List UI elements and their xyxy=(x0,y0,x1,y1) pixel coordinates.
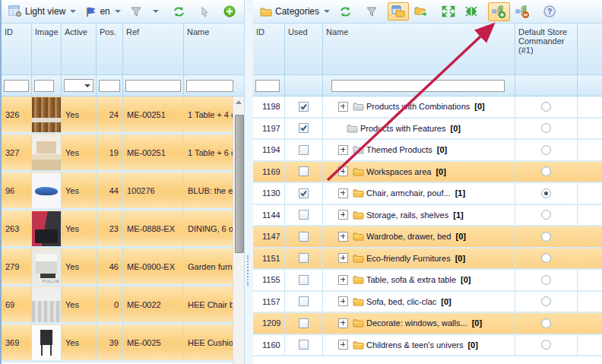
category-row[interactable]: 1151Eco-friendly Furnitures[0] xyxy=(253,248,602,271)
category-row[interactable]: 1130Chair, armchair, pouf...[1] xyxy=(253,183,602,205)
image-filter-input[interactable] xyxy=(34,80,54,92)
view-mode-button[interactable]: Light view xyxy=(5,2,80,21)
ref-filter-input[interactable] xyxy=(125,80,181,92)
id-filter-input[interactable] xyxy=(255,80,280,92)
column-header-active[interactable]: Active xyxy=(62,24,97,74)
column-header-default-store[interactable]: Default Store Commander (#1) xyxy=(515,24,578,74)
product-thumbnail-wooden-shelf-and-table[interactable] xyxy=(32,97,61,132)
used-checkbox-checked[interactable] xyxy=(299,188,309,198)
category-name-label[interactable]: Table, sofa & extra table xyxy=(366,275,456,284)
category-name-label[interactable]: Storage, rails, shelves xyxy=(366,210,448,220)
used-checkbox[interactable] xyxy=(299,232,309,242)
used-checkbox[interactable] xyxy=(299,253,309,263)
active-filter-select[interactable] xyxy=(64,79,93,92)
product-row[interactable]: 279PULLMYes46ME-0900-EXGarden furnit xyxy=(2,248,244,286)
category-row[interactable]: 1194Themed Products[0] xyxy=(253,140,602,162)
refresh-button-left[interactable] xyxy=(169,3,189,21)
category-row[interactable]: 1160Childrens & teen's univers[0] xyxy=(253,335,602,357)
filter-button-right[interactable] xyxy=(362,3,382,21)
category-row[interactable]: 1169Workspaces area[0] xyxy=(253,162,602,184)
default-store-radio[interactable] xyxy=(541,210,551,220)
tree-expand-icon[interactable] xyxy=(338,102,348,112)
used-checkbox[interactable] xyxy=(299,340,309,350)
category-row[interactable]: 1147Wardrobe, drawer, bed[0] xyxy=(253,226,602,248)
tree-expand-icon[interactable] xyxy=(338,166,348,176)
used-checkbox[interactable] xyxy=(299,318,309,328)
category-row[interactable]: 1209Decorate: windows, walls...[0] xyxy=(253,313,602,335)
add-product-button[interactable] xyxy=(220,2,239,21)
category-name-label[interactable]: Chair, armchair, pouf... xyxy=(366,188,451,198)
category-name-label[interactable]: Wardrobe, drawer, bed xyxy=(366,232,451,241)
used-checkbox[interactable] xyxy=(299,275,309,285)
column-header-id[interactable]: ID xyxy=(2,24,32,74)
default-store-radio[interactable] xyxy=(541,275,551,285)
category-name-label[interactable]: Sofa, bed, clic-clac xyxy=(366,297,436,306)
column-header-used[interactable]: Used xyxy=(285,24,323,74)
filter-caret-button-left[interactable] xyxy=(147,7,163,16)
tree-expand-icon[interactable] xyxy=(338,318,348,328)
product-thumbnail-garden-furniture-top[interactable]: PULLM xyxy=(32,249,61,284)
product-row[interactable]: 96Yes44100276BLUB: the erg xyxy=(2,173,244,210)
category-row[interactable]: 1144Storage, rails, shelves[1] xyxy=(253,205,602,227)
column-header-name[interactable]: Name xyxy=(184,24,244,74)
product-row[interactable]: 263Yes23ME-0888-EXDINING, 6 or xyxy=(2,210,244,248)
expand-all-button[interactable] xyxy=(438,2,459,21)
product-row[interactable]: 69Yes0ME-0022HEE Chair by xyxy=(2,286,244,324)
category-row[interactable]: 1157Sofa, bed, clic-clac[0] xyxy=(253,292,602,314)
used-checkbox-checked[interactable] xyxy=(299,123,309,133)
column-header-ref[interactable]: Ref xyxy=(123,24,184,74)
name-filter-input[interactable] xyxy=(186,80,233,92)
open-category-button[interactable] xyxy=(410,3,432,21)
product-thumbnail-rows-of-chairs[interactable] xyxy=(32,287,61,322)
category-row[interactable]: 1197Products with Features[0] xyxy=(253,119,602,141)
column-header-pos[interactable]: Pos. xyxy=(97,24,123,74)
divider-grip-handle[interactable] xyxy=(247,255,251,286)
category-name-label[interactable]: Products with Features xyxy=(360,124,446,133)
filter-button-left[interactable] xyxy=(126,3,146,21)
default-store-radio[interactable] xyxy=(541,123,551,133)
default-store-radio-selected[interactable] xyxy=(541,188,551,198)
category-row[interactable]: 1155Table, sofa & extra table[0] xyxy=(253,270,602,292)
used-checkbox[interactable] xyxy=(299,145,309,155)
pointer-tool-button[interactable] xyxy=(195,3,214,21)
tree-expand-icon[interactable] xyxy=(338,253,348,263)
collapse-all-button[interactable] xyxy=(461,2,482,21)
tree-expand-icon[interactable] xyxy=(338,275,348,285)
product-row[interactable]: 326Yes24ME-002511 Table + 4 c xyxy=(2,97,244,135)
products-vertical-scrollbar[interactable] xyxy=(233,97,244,364)
refresh-button-right[interactable] xyxy=(335,3,356,21)
default-store-radio[interactable] xyxy=(541,166,551,176)
default-store-radio[interactable] xyxy=(541,318,551,328)
category-name-label[interactable]: Workspaces area xyxy=(366,167,431,176)
category-name-label[interactable]: Decorate: windows, walls... xyxy=(366,318,467,328)
pos-filter-input[interactable] xyxy=(99,80,120,92)
used-checkbox[interactable] xyxy=(299,296,309,306)
help-button[interactable]: ? xyxy=(540,2,559,21)
scroll-up-arrow-icon[interactable] xyxy=(233,97,244,108)
tree-expand-icon[interactable] xyxy=(338,210,348,220)
tree-expand-icon[interactable] xyxy=(338,145,348,155)
default-store-radio[interactable] xyxy=(541,296,551,306)
language-button[interactable]: en xyxy=(81,3,124,21)
used-checkbox-checked[interactable] xyxy=(299,102,309,112)
categories-menu-button[interactable]: Categories xyxy=(256,3,334,20)
tree-expand-icon[interactable] xyxy=(338,188,348,198)
tree-expand-icon[interactable] xyxy=(338,340,348,350)
panels-view-button[interactable] xyxy=(388,2,409,21)
column-header-id[interactable]: ID xyxy=(253,24,285,74)
column-header-name[interactable]: Name xyxy=(323,24,515,74)
tree-expand-icon[interactable] xyxy=(338,296,348,306)
product-row[interactable]: 327Yes19ME-002511 Table + 6 c xyxy=(2,135,244,173)
used-checkbox[interactable] xyxy=(299,210,309,220)
category-name-label[interactable]: Childrens & teen's univers xyxy=(366,340,463,350)
default-store-radio[interactable] xyxy=(541,340,551,350)
product-thumbnail-dark-dining-chairs[interactable] xyxy=(32,211,61,246)
category-row[interactable]: 1198Products with Combinations[0] xyxy=(253,97,602,119)
category-name-label[interactable]: Themed Products xyxy=(366,145,432,154)
category-name-label[interactable]: Eco-friendly Furnitures xyxy=(366,254,451,263)
default-store-radio[interactable] xyxy=(541,145,551,155)
product-thumbnail-single-dark-chair[interactable] xyxy=(32,325,61,360)
product-thumbnail-light-dining-set[interactable] xyxy=(32,135,61,170)
remove-category-button[interactable] xyxy=(512,2,534,21)
tree-expand-icon[interactable] xyxy=(338,232,348,242)
